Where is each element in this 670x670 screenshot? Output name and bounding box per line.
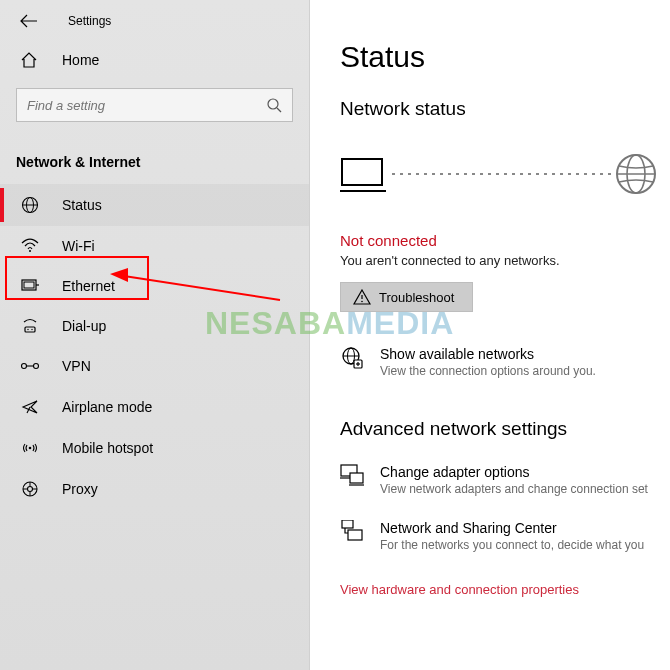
- svg-rect-22: [342, 159, 382, 185]
- network-status-heading: Network status: [340, 98, 670, 120]
- sidebar-item-label: Mobile hotspot: [62, 440, 153, 456]
- warning-icon: [353, 289, 371, 305]
- sharing-icon: [340, 520, 366, 552]
- sidebar-item-label: Proxy: [62, 481, 98, 497]
- network-diagram: [340, 146, 670, 202]
- svg-rect-9: [25, 327, 35, 332]
- section-heading: Network & Internet: [0, 136, 309, 184]
- show-networks-row[interactable]: Show available networks View the connect…: [340, 346, 670, 378]
- sidebar-item-status[interactable]: Status: [0, 184, 309, 226]
- sharing-center-row[interactable]: Network and Sharing Center For the netwo…: [340, 520, 670, 552]
- adapter-options-row[interactable]: Change adapter options View network adap…: [340, 464, 670, 496]
- svg-line-1: [277, 108, 281, 112]
- sidebar-item-label: Status: [62, 197, 102, 213]
- search-icon: [266, 97, 282, 113]
- sidebar-item-label: Airplane mode: [62, 399, 152, 415]
- home-label: Home: [62, 52, 99, 68]
- page-title: Status: [340, 40, 670, 74]
- sidebar-item-vpn[interactable]: VPN: [0, 346, 309, 386]
- svg-point-11: [31, 329, 32, 330]
- ethernet-icon: [20, 278, 40, 294]
- adapter-icon: [340, 464, 366, 496]
- sidebar-item-ethernet[interactable]: Ethernet: [0, 266, 309, 306]
- view-hardware-link[interactable]: View hardware and connection properties: [340, 582, 670, 597]
- sidebar-item-label: Dial-up: [62, 318, 106, 334]
- advanced-heading: Advanced network settings: [340, 418, 670, 440]
- sidebar-item-home[interactable]: Home: [0, 38, 309, 82]
- row-title: Network and Sharing Center: [380, 520, 644, 536]
- row-desc: View network adapters and change connect…: [380, 482, 648, 496]
- back-button[interactable]: [18, 10, 40, 32]
- globe-icon: [20, 196, 40, 214]
- svg-rect-7: [24, 282, 34, 288]
- hotspot-icon: [20, 440, 40, 456]
- svg-point-10: [27, 329, 28, 330]
- wifi-icon: [20, 238, 40, 254]
- not-connected-title: Not connected: [340, 232, 670, 249]
- row-desc: For the networks you connect to, decide …: [380, 538, 644, 552]
- airplane-icon: [20, 398, 40, 416]
- svg-point-5: [29, 250, 31, 252]
- settings-title: Settings: [68, 14, 111, 28]
- vpn-icon: [20, 359, 40, 373]
- header-row: Settings: [0, 0, 309, 38]
- sidebar-item-hotspot[interactable]: Mobile hotspot: [0, 428, 309, 468]
- networks-icon: [340, 346, 366, 378]
- sidebar-item-label: Wi-Fi: [62, 238, 95, 254]
- svg-point-15: [29, 447, 32, 450]
- row-title: Change adapter options: [380, 464, 648, 480]
- sidebar-item-label: VPN: [62, 358, 91, 374]
- sidebar-item-wifi[interactable]: Wi-Fi: [0, 226, 309, 266]
- dialup-icon: [20, 318, 40, 334]
- home-icon: [20, 52, 40, 68]
- svg-point-17: [28, 487, 33, 492]
- search-box[interactable]: [16, 88, 293, 122]
- not-connected-desc: You aren't connected to any networks.: [340, 253, 670, 268]
- proxy-icon: [20, 480, 40, 498]
- row-title: Show available networks: [380, 346, 596, 362]
- troubleshoot-label: Troubleshoot: [379, 290, 454, 305]
- sidebar-item-proxy[interactable]: Proxy: [0, 468, 309, 510]
- svg-point-29: [361, 301, 363, 303]
- svg-point-13: [34, 364, 39, 369]
- sidebar: Settings Home Network & Internet Status …: [0, 0, 310, 670]
- search-input[interactable]: [27, 98, 227, 113]
- sidebar-item-airplane[interactable]: Airplane mode: [0, 386, 309, 428]
- content-area: Status Network status Not connected You …: [310, 0, 670, 670]
- svg-rect-41: [348, 530, 362, 540]
- svg-rect-38: [350, 473, 363, 483]
- svg-point-12: [22, 364, 27, 369]
- sidebar-item-dialup[interactable]: Dial-up: [0, 306, 309, 346]
- troubleshoot-button[interactable]: Troubleshoot: [340, 282, 473, 312]
- back-arrow-icon: [20, 14, 38, 28]
- sidebar-item-label: Ethernet: [62, 278, 115, 294]
- svg-point-0: [268, 99, 278, 109]
- row-desc: View the connection options around you.: [380, 364, 596, 378]
- svg-rect-40: [342, 520, 353, 528]
